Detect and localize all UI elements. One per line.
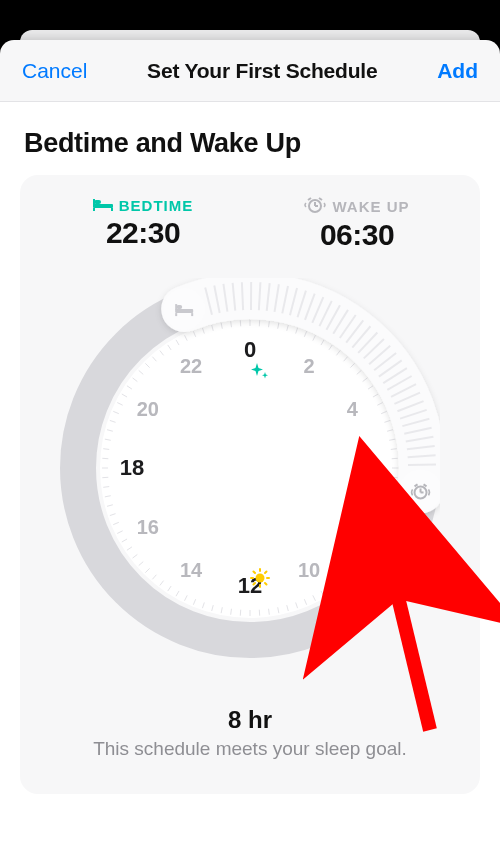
cancel-button[interactable]: Cancel [22,59,87,83]
svg-line-160 [254,583,256,585]
hour-20: 20 [137,398,159,421]
svg-rect-1 [93,208,95,211]
duration-label: 8 hr [38,706,462,734]
hour-8: 8 [347,516,358,539]
alarm-icon [304,197,326,216]
modal-sheet: Cancel Set Your First Schedule Add Bedti… [0,40,500,842]
svg-line-158 [254,572,256,574]
bedtime-block: BEDTIME 22:30 [68,197,218,252]
svg-line-159 [265,583,267,585]
schedule-card: BEDTIME 22:30 WAKE UP 06:30 [20,175,480,794]
page-title: Bedtime and Wake Up [24,128,480,159]
hour-0: 0 [244,337,256,363]
hour-22: 22 [180,354,202,377]
hour-18: 18 [120,455,144,481]
hour-16: 16 [137,516,159,539]
sleep-dial[interactable]: 0246810121416182022 [60,278,440,658]
svg-rect-0 [93,204,113,208]
svg-rect-2 [111,208,113,211]
nav-bar: Cancel Set Your First Schedule Add [0,40,500,102]
hour-2: 2 [303,354,314,377]
hour-labels: 0246810121416182022 [60,278,440,658]
svg-rect-3 [94,200,101,204]
nav-title: Set Your First Schedule [147,59,377,83]
svg-rect-4 [93,199,95,205]
hour-4: 4 [347,398,358,421]
hour-10: 10 [298,559,320,582]
svg-point-153 [256,574,265,583]
bedtime-value: 22:30 [68,216,218,250]
add-button[interactable]: Add [437,59,478,83]
hour-6: 6 [362,455,374,481]
bed-icon [93,197,113,214]
svg-line-161 [265,572,267,574]
goal-message: This schedule meets your sleep goal. [38,738,462,760]
wakeup-value: 06:30 [282,218,432,252]
wakeup-block: WAKE UP 06:30 [282,197,432,252]
bedtime-label: BEDTIME [119,197,194,214]
hour-14: 14 [180,559,202,582]
wakeup-label: WAKE UP [332,198,409,215]
